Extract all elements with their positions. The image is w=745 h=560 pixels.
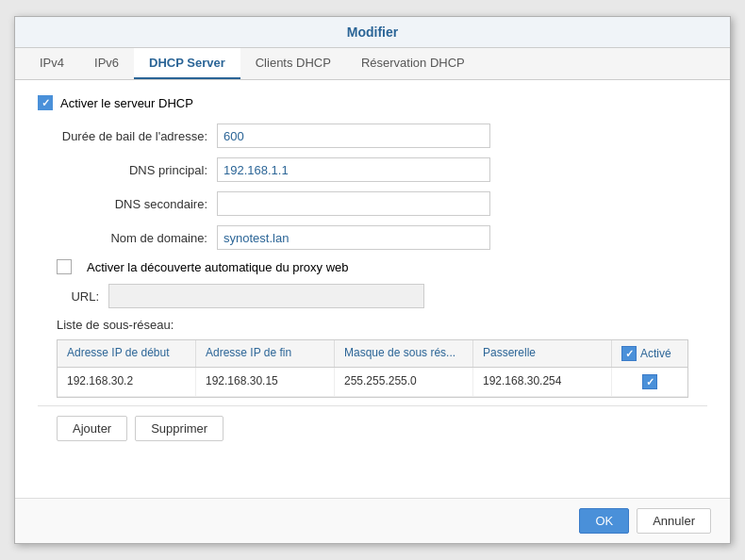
url-input[interactable] — [108, 284, 424, 308]
dialog-footer: OK Annuler — [15, 498, 730, 543]
modifier-dialog: Modifier IPv4 IPv6 DHCP Server Clients D… — [14, 16, 731, 544]
lease-duration-input[interactable] — [217, 124, 490, 148]
proxy-row: Activer la découverte automatique du pro… — [38, 259, 707, 274]
active-col-label: Activé — [640, 347, 671, 360]
url-label: URL: — [57, 289, 108, 304]
enable-dhcp-row: Activer le serveur DHCP — [38, 95, 707, 110]
col-gateway: Passerelle — [473, 340, 612, 367]
row-active-checkbox[interactable] — [642, 374, 657, 389]
cell-gateway: 192.168.30.254 — [473, 368, 612, 396]
delete-button[interactable]: Supprimer — [135, 416, 224, 441]
col-start-ip: Adresse IP de début — [58, 340, 196, 367]
tab-ipv4[interactable]: IPv4 — [25, 48, 79, 79]
tab-clients-dhcp[interactable]: Clients DHCP — [240, 48, 346, 79]
proxy-checkbox[interactable] — [57, 259, 72, 274]
col-end-ip: Adresse IP de fin — [196, 340, 335, 367]
proxy-label: Activer la découverte automatique du pro… — [87, 260, 349, 274]
dns-secondary-row: DNS secondaire: — [38, 191, 707, 216]
subnet-list-label: Liste de sous-réseau: — [38, 318, 707, 332]
table-row: 192.168.30.2 192.168.30.15 255.255.255.0… — [58, 368, 687, 397]
cell-end-ip: 192.168.30.15 — [196, 368, 335, 396]
dialog-title: Modifier — [15, 17, 730, 48]
active-col-checkbox[interactable] — [621, 346, 637, 361]
dns-primary-input[interactable] — [217, 157, 490, 182]
cancel-button[interactable]: Annuler — [637, 508, 711, 534]
domain-name-row: Nom de domaine: — [38, 225, 707, 250]
tab-ipv6[interactable]: IPv6 — [79, 48, 134, 79]
tab-reservation-dhcp[interactable]: Réservation DHCP — [346, 48, 480, 79]
cell-start-ip: 192.168.30.2 — [58, 368, 196, 396]
col-active: Activé — [612, 340, 687, 367]
lease-duration-label: Durée de bail de l'adresse: — [57, 129, 217, 143]
ok-button[interactable]: OK — [579, 508, 629, 534]
url-row: URL: — [38, 284, 707, 308]
add-button[interactable]: Ajouter — [57, 416, 127, 441]
cell-subnet-mask: 255.255.255.0 — [335, 368, 473, 396]
dns-secondary-label: DNS secondaire: — [57, 197, 217, 211]
tab-bar: IPv4 IPv6 DHCP Server Clients DHCP Réser… — [15, 48, 730, 80]
dns-primary-row: DNS principal: — [38, 157, 707, 182]
dns-secondary-input[interactable] — [217, 191, 490, 216]
tab-dhcp-server[interactable]: DHCP Server — [134, 48, 240, 79]
enable-dhcp-label: Activer le serveur DHCP — [60, 96, 193, 110]
tab-content: Activer le serveur DHCP Durée de bail de… — [15, 80, 730, 498]
lease-duration-row: Durée de bail de l'adresse: — [38, 124, 707, 148]
col-subnet-mask: Masque de sous rés... — [335, 340, 473, 367]
dns-primary-label: DNS principal: — [57, 163, 217, 177]
domain-name-input[interactable] — [217, 225, 490, 250]
table-header: Adresse IP de début Adresse IP de fin Ma… — [58, 340, 687, 368]
domain-name-label: Nom de domaine: — [57, 231, 217, 245]
bottom-action-buttons: Ajouter Supprimer — [38, 405, 707, 451]
cell-active — [612, 368, 687, 396]
subnet-table: Adresse IP de début Adresse IP de fin Ma… — [57, 339, 688, 398]
enable-dhcp-checkbox[interactable] — [38, 95, 53, 110]
